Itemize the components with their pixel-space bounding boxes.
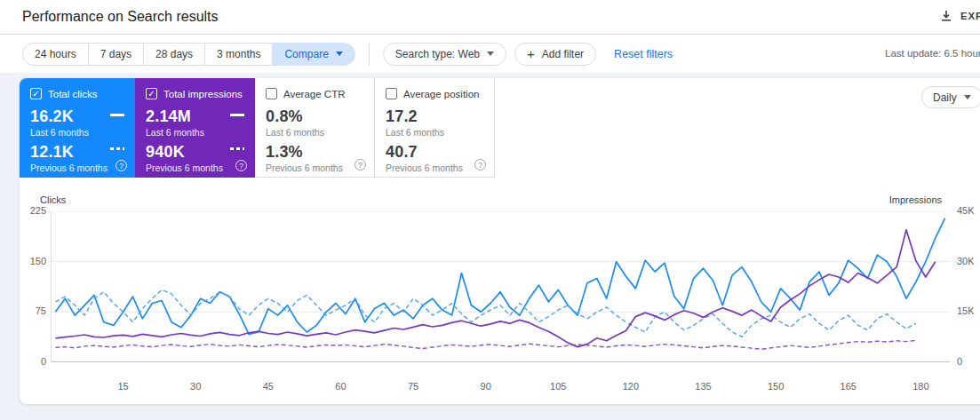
chevron-down-icon [487,52,494,56]
chevron-down-icon [336,52,343,56]
add-filter-label: Add filter [542,48,584,60]
card-caption-current: Last 6 months [30,127,124,138]
granularity-dropdown[interactable]: Daily [921,86,980,108]
checkbox-unchecked-icon[interactable] [266,88,277,99]
x-axis-tick-label: 30 [182,381,209,392]
card-caption-current: Last 6 months [266,127,363,138]
y-axis-tick-label: 0 [20,356,46,367]
checkbox-unchecked-icon[interactable] [386,88,397,99]
solid-line-legend-icon [110,114,124,116]
checkbox-checked-icon[interactable]: ✓ [30,88,42,99]
chevron-down-icon [964,95,971,99]
card-value-current: 0.8% [266,107,363,126]
card-caption-previous: Previous 6 months [386,162,483,173]
dashed-line-legend-icon [110,147,124,150]
series-line-clicks-current [55,218,944,335]
dashed-line-legend-icon [230,147,244,150]
card-caption-current: Last 6 months [386,127,483,138]
y-axis-title-clicks: Clicks [40,194,66,205]
performance-panel: ✓ Total clicks 16.2K Last 6 months 12.1K… [20,78,980,404]
metric-card-average-ctr[interactable]: Average CTR 0.8% Last 6 months 1.3% Prev… [255,78,375,178]
range-24-hours-button[interactable]: 24 hours [22,43,89,66]
help-icon[interactable]: ? [116,160,127,171]
filter-row: 24 hours 7 days 28 days 3 months Compare… [0,35,980,73]
metric-card-total-clicks[interactable]: ✓ Total clicks 16.2K Last 6 months 12.1K… [20,78,135,178]
card-value-previous: 1.3% [266,143,363,162]
export-label: EXPORT [960,11,980,21]
download-icon [940,10,952,22]
x-axis-tick-label: 150 [762,381,789,392]
card-caption-previous: Previous 6 months [146,162,244,173]
card-caption-previous: Previous 6 months [266,162,363,173]
search-type-label: Search type: Web [395,48,480,60]
series-line-impressions-current [55,230,935,347]
x-axis-tick-label: 105 [545,381,571,392]
series-line-impressions-previous [55,340,916,349]
topbar: Performance on Search results EXPORT 24 … [0,0,980,73]
search-type-dropdown[interactable]: Search type: Web [383,43,506,66]
title-row: Performance on Search results EXPORT [0,0,980,35]
card-value-previous: 12.1K [30,143,124,162]
x-axis-tick-label: 180 [907,381,934,392]
export-button[interactable]: EXPORT [940,10,980,22]
card-label: Average CTR [283,89,345,99]
x-axis-tick-label: 120 [617,381,644,392]
granularity-label: Daily [933,91,957,104]
card-label: Total clicks [48,89,98,99]
range-3-months-button[interactable]: 3 months [204,43,273,66]
help-icon[interactable]: ? [235,160,247,171]
card-value-current: 16.2K [30,107,124,126]
plus-icon: + [527,47,535,60]
y-axis-tick-label: 45K [957,205,980,216]
reset-filters-link[interactable]: Reset filters [614,48,673,60]
series-line-clicks-previous [55,289,916,337]
x-axis-tick-label: 75 [400,381,426,392]
card-caption-current: Last 6 months [146,127,244,138]
x-axis-tick-label: 45 [255,381,282,392]
y-axis-tick-label: 0 [957,356,980,367]
compare-button[interactable]: Compare [272,43,355,66]
card-label: Total impressions [163,89,243,99]
x-axis-tick-label: 135 [690,381,717,392]
last-update-text: Last update: 6.5 hours [885,48,980,59]
card-value-current: 17.2 [386,107,483,126]
y-axis-tick-label: 15K [957,305,980,316]
add-filter-button[interactable]: + Add filter [514,43,596,66]
range-28-days-button[interactable]: 28 days [143,43,205,66]
checkbox-checked-icon[interactable]: ✓ [146,88,157,99]
card-value-current: 2.14M [146,107,244,126]
date-range-segmented-control: 24 hours 7 days 28 days 3 months Compare [22,43,355,66]
toolbar-divider [369,43,370,66]
x-axis-tick-label: 90 [473,381,499,392]
y-axis-tick-label: 30K [957,256,980,266]
metric-card-total-impressions[interactable]: ✓ Total impressions 2.14M Last 6 months … [135,78,255,178]
card-label: Average position [403,89,479,99]
x-axis-tick-label: 15 [110,381,137,392]
help-icon[interactable]: ? [474,159,486,170]
y-axis-title-impressions: Impressions [835,194,942,205]
y-axis-tick-label: 150 [20,256,46,266]
range-7-days-button[interactable]: 7 days [88,43,144,66]
solid-line-legend-icon [230,114,244,116]
card-value-previous: 40.7 [386,143,483,162]
metric-card-average-position[interactable]: Average position 17.2 Last 6 months 40.7… [375,78,495,178]
help-icon[interactable]: ? [355,159,366,170]
x-axis-tick-label: 60 [327,381,354,392]
performance-line-chart[interactable] [51,211,950,362]
page-title: Performance on Search results [22,9,219,25]
card-value-previous: 940K [146,143,244,162]
card-caption-previous: Previous 6 months [30,162,124,173]
compare-label: Compare [284,48,328,60]
x-axis-tick-label: 165 [835,381,862,392]
metric-cards-row: ✓ Total clicks 16.2K Last 6 months 12.1K… [20,78,980,178]
y-axis-tick-label: 225 [20,205,46,216]
y-axis-tick-label: 75 [20,305,46,316]
